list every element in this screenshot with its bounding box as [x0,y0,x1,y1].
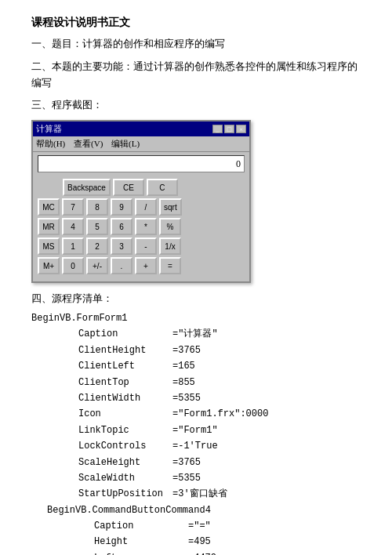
prop-val-caption: ="计算器" [172,326,218,342]
sub-prop-name-left: Left [94,550,188,555]
calc-menubar: 帮助(H) 查看(V) 编辑(L) [33,136,249,152]
page-title: 课程设计说明书正文 [31,16,361,30]
prop-name-scalewidth: ScaleWidth [78,470,172,486]
code-prop-clientheight: ClientHeight =3765 [78,343,361,358]
code-prop-linktopic: LinkTopic ="Form1" [78,423,361,438]
sub-prop-name-height: Height [94,534,188,550]
prop-val-scaleheight: =3765 [172,455,201,470]
btn-2[interactable]: 2 [86,238,108,255]
calc-titlebar: 计算器 _ □ × [33,122,249,136]
prop-name-caption: Caption [78,326,172,342]
sub-prop-val-left: =4470 [188,550,216,555]
btn-6[interactable]: 6 [111,218,132,235]
btn-multiply[interactable]: * [135,218,157,235]
prop-name-linktopic: LinkTopic [78,423,172,438]
prop-name-icon: Icon [78,406,172,422]
code-prop-lockcontrols: LockControls =-1'True [78,438,361,454]
btn-subtract[interactable]: - [135,238,157,255]
code-prop-scalewidth: ScaleWidth =5355 [78,470,361,486]
calc-body: Backspace CE C MC 7 8 9 / sqrt MR 4 5 6 … [33,176,249,281]
section-4: 四、源程序清单： [31,291,361,307]
code-prop-clienttop: ClientTop =855 [78,375,361,390]
btn-1[interactable]: 1 [62,238,84,255]
btn-backspace[interactable]: Backspace [63,179,111,196]
prop-name-startupposition: StartUpPosition [78,486,172,502]
prop-name-clientwidth: ClientWidth [78,390,172,406]
code-prop-startupposition: StartUpPosition =3'窗口缺省 [78,486,361,502]
btn-divide[interactable]: / [135,198,157,216]
prop-val-clienttop: =855 [172,375,195,390]
calc-display-box: 0 [38,155,245,172]
prop-val-icon: ="Form1.frx":0000 [172,406,268,422]
code-prop-clientleft: ClientLeft =165 [78,358,361,374]
close-icon[interactable]: × [236,125,246,133]
section-1: 一、题目：计算器的创作和相应程序的编写 [31,36,361,53]
code-sub-begin: BeginVB.CommandButtonCommand4 [47,502,361,518]
prop-name-clientleft: ClientLeft [78,358,172,374]
prop-val-lockcontrols: =-1'True [172,438,218,454]
btn-3[interactable]: 3 [111,238,132,255]
calc-row-1: Backspace CE C [63,179,245,196]
calc-display: 0 [33,152,249,176]
btn-percent[interactable]: % [159,218,181,235]
prop-val-clientwidth: =5355 [172,390,201,406]
btn-ce[interactable]: CE [113,179,144,196]
prop-val-clientleft: =165 [172,358,195,374]
section-2: 二、本题的主要功能：通过计算器的创作熟悉各控件的属性和练习程序的编写 [31,59,361,92]
calc-row-2: MC 7 8 9 / sqrt [38,198,245,216]
btn-c[interactable]: C [147,179,178,196]
calculator-screenshot: 计算器 _ □ × 帮助(H) 查看(V) 编辑(L) 0 Backspace … [31,120,251,283]
btn-mc[interactable]: MC [38,198,60,216]
code-sub-prop-height: Height =495 [94,534,361,550]
btn-9[interactable]: 9 [111,198,132,216]
prop-name-lockcontrols: LockControls [78,438,172,454]
prop-name-clienttop: ClientTop [78,375,172,390]
begin-vb-text: BeginVB.FormForm1 [31,310,127,326]
prop-name-scaleheight: ScaleHeight [78,455,172,470]
calc-row-4: MS 1 2 3 - 1/x [38,238,245,255]
calc-titlebar-buttons: _ □ × [212,125,246,133]
calc-title: 计算器 [36,123,62,135]
code-sub-prop-caption: Caption ="=" [94,518,361,534]
btn-add[interactable]: + [135,257,157,274]
prop-val-clientheight: =3765 [172,343,201,358]
menu-edit[interactable]: 编辑(L) [111,139,140,148]
code-prop-caption: Caption ="计算器" [78,326,361,342]
menu-view[interactable]: 查看(V) [74,139,103,148]
btn-sqrt[interactable]: sqrt [159,198,182,216]
btn-4[interactable]: 4 [62,218,84,235]
sub-prop-val-height: =495 [188,534,211,550]
code-prop-icon: Icon ="Form1.frx":0000 [78,406,361,422]
sub-prop-name-caption: Caption [94,518,188,534]
btn-decimal[interactable]: . [111,257,132,274]
code-begin-vb: BeginVB.FormForm1 [31,310,361,326]
code-sub-prop-left: Left =4470 [94,550,361,555]
sub-begin-text: BeginVB.CommandButtonCommand4 [47,502,211,518]
section-3: 三、程序截图： [31,97,361,114]
maximize-icon[interactable]: □ [224,125,234,133]
calc-row-3: MR 4 5 6 * % [38,218,245,235]
prop-val-scalewidth: =5355 [172,470,201,486]
sub-prop-val-caption: ="=" [188,518,211,534]
code-prop-clientwidth: ClientWidth =5355 [78,390,361,406]
btn-negate[interactable]: +/- [86,257,108,274]
prop-val-linktopic: ="Form1" [172,423,218,438]
calc-row-5: M+ 0 +/- . + = [38,257,245,274]
prop-name-clientheight: ClientHeight [78,343,172,358]
source-code: BeginVB.FormForm1 Caption ="计算器" ClientH… [31,310,361,555]
code-prop-scaleheight: ScaleHeight =3765 [78,455,361,470]
btn-mr[interactable]: MR [38,218,60,235]
btn-ms[interactable]: MS [38,238,60,255]
prop-val-startupposition: =3'窗口缺省 [172,486,227,502]
btn-8[interactable]: 8 [86,198,108,216]
btn-7[interactable]: 7 [62,198,84,216]
btn-0[interactable]: 0 [62,257,84,274]
btn-5[interactable]: 5 [86,218,108,235]
btn-reciprocal[interactable]: 1/x [159,238,181,255]
minimize-icon[interactable]: _ [212,125,223,133]
display-value: 0 [236,158,241,169]
btn-mplus[interactable]: M+ [38,257,60,274]
btn-equals[interactable]: = [159,257,181,274]
menu-help[interactable]: 帮助(H) [36,139,65,148]
